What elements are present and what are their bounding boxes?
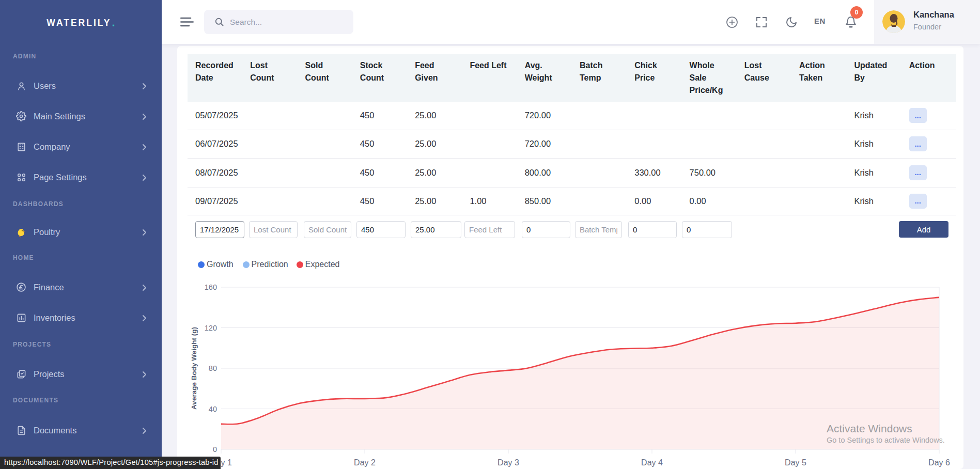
row-4-actions[interactable]: ... [909,194,927,209]
add-button[interactable]: Add [899,221,948,238]
input-wholesale[interactable] [682,221,732,238]
records-table: Recorded DateLost CountSold CountStock C… [188,54,956,215]
row-1-actions[interactable]: ... [909,108,927,123]
nav-label-admin: ADMIN [13,53,147,60]
svg-text:160: 160 [205,283,217,291]
input-feed-left[interactable] [464,221,515,238]
nav-main-settings[interactable]: Main Settings [0,106,162,127]
icon-add[interactable] [726,16,738,28]
row-3: 08/07/202545025.00800.00330.00750.00Kris… [188,158,956,187]
menu-toggle[interactable] [180,17,194,27]
nav-label-documents: DOCUMENTS [13,397,147,404]
input-stock[interactable] [356,221,406,238]
activate-watermark: Activate Windows Go to Settings to activ… [827,423,945,444]
nav-label-home: HOME [13,254,147,261]
user-panel[interactable]: Kanchana Founder [874,0,980,44]
nav-label-dashboards: DASHBOARDS [13,200,147,208]
svg-text:40: 40 [209,405,217,413]
input-feed-given[interactable] [411,221,461,238]
nav-finance[interactable]: Finance [0,277,162,298]
nav-users[interactable]: Users [0,75,162,96]
input-sold[interactable] [304,221,351,238]
svg-text:Day 2: Day 2 [354,458,376,467]
icon-darkmode[interactable] [785,16,798,28]
chart-legend: Growth Prediction Expected [198,259,339,270]
nav-page-settings[interactable]: Page Settings [0,167,162,187]
nav-poultry[interactable]: Poultry [0,222,162,242]
content-card: Recorded DateLost CountSold CountStock C… [177,46,963,469]
nav-label-projects: PROJECTS [13,341,147,348]
row-1: 05/07/202545025.00720.00Krish... [188,102,956,130]
status-url: https://localhost:7090/WLF/Project/Get/1… [0,457,221,469]
nav-projects[interactable]: Projects [0,364,162,384]
notif-count: 0 [850,6,863,19]
row-2: 06/07/202545025.00720.00Krish... [188,130,956,158]
nav-company[interactable]: Company [0,136,162,157]
input-chick-price[interactable] [628,221,677,238]
table-head: Recorded DateLost CountSold CountStock C… [188,54,956,102]
svg-text:0: 0 [213,445,217,454]
row-2-actions[interactable]: ... [909,136,927,151]
search[interactable]: Search... [204,10,353,34]
row-3-actions[interactable]: ... [909,165,927,180]
svg-text:Day 4: Day 4 [641,458,663,467]
svg-text:80: 80 [209,364,217,372]
icon-fullscreen[interactable] [755,16,768,28]
logo: WATERLILY. [0,0,162,45]
svg-text:Day 6: Day 6 [928,458,950,467]
svg-text:120: 120 [205,324,217,332]
input-avg-weight[interactable] [522,221,570,238]
row-4: 09/07/202545025.001.00850.000.000.00Kris… [188,187,956,215]
svg-text:Day 5: Day 5 [785,458,806,467]
sidebar: WATERLILY. ADMIN Users Main Settings Com… [0,0,162,469]
input-lost[interactable] [249,221,298,238]
input-date[interactable] [195,221,244,238]
topbar: Search... EN 0 Kanchana Founder [162,0,980,44]
svg-text:Average Body Weight (g): Average Body Weight (g) [190,327,198,410]
nav-documents[interactable]: Documents [0,420,162,441]
lang-switch[interactable]: EN [814,17,826,25]
svg-text:Day 3: Day 3 [497,458,519,467]
input-batch-temp[interactable] [575,221,622,238]
nav-inventories[interactable]: Inventories [0,307,162,328]
